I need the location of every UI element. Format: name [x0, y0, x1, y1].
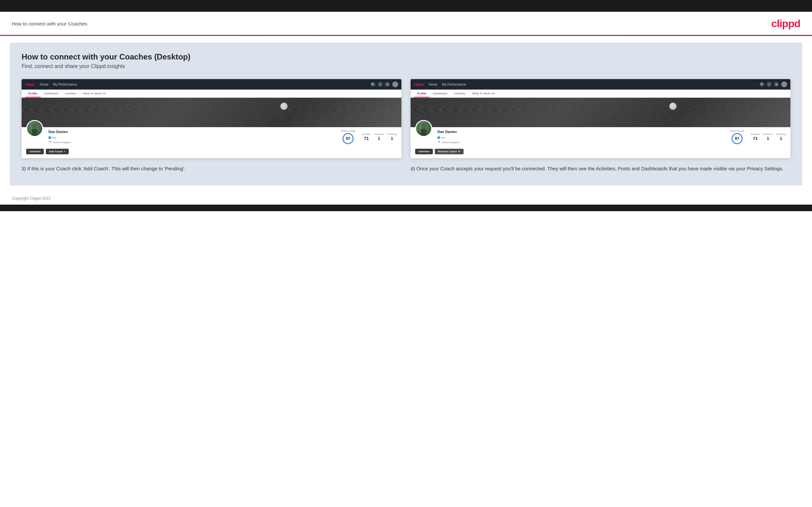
left-hero-moon	[281, 103, 288, 110]
left-nav-home: Home	[40, 83, 48, 86]
svg-point-0	[32, 123, 37, 129]
right-profile-section: Dan Davies Pro 📍 United Kingdom	[411, 127, 791, 149]
right-quality-circle: 97	[731, 133, 743, 144]
left-stat-activities-value: 71	[362, 136, 371, 141]
left-settings-icon[interactable]: ⚙	[385, 82, 390, 87]
right-search-icon[interactable]: 🔍	[760, 82, 764, 87]
left-mini-stats: Player Quality 97 Activities 71 Follower…	[341, 127, 397, 144]
left-mini-nav-links: Home My Performance	[40, 83, 365, 86]
right-settings-icon[interactable]: ⚙	[774, 82, 779, 87]
left-stat-activities-label: Activities	[362, 133, 371, 135]
right-nav-performance: My Performance	[442, 83, 466, 86]
right-remove-coach-x-icon: ✕	[458, 150, 460, 153]
right-remove-coach-button[interactable]: Remove Coach ✕	[435, 149, 464, 154]
right-location-icon: 📍	[438, 141, 441, 144]
right-unfollow-button[interactable]: Unfollow	[415, 149, 433, 154]
top-bar	[0, 0, 812, 12]
right-profile-badge: Pro	[438, 136, 445, 139]
left-hero-overlay	[21, 98, 401, 127]
left-quality-label: Player Quality	[341, 130, 355, 132]
right-tab-activities[interactable]: Activities	[451, 90, 469, 98]
left-profile-section: Dan Davies Pro 📍 United Kingdom	[21, 127, 401, 149]
right-avatar-wrap	[415, 120, 432, 137]
left-avatar-wrap	[26, 120, 43, 137]
accent-line	[0, 35, 812, 36]
right-stat-activities-label: Activities	[751, 133, 760, 135]
right-description: 4) Once your Coach accepts your request …	[411, 165, 791, 173]
right-nav-home: Home	[428, 83, 438, 86]
left-nav-avatar[interactable]	[392, 81, 398, 87]
left-tab-profile[interactable]: Profile	[25, 90, 41, 98]
left-player-quality: Player Quality 97	[341, 130, 355, 144]
right-stat-activities-value: 71	[751, 136, 760, 141]
right-mini-nav-links: Home My Performance	[428, 83, 754, 86]
right-avatar-figure-icon	[418, 123, 429, 136]
right-profile-location: 📍 United Kingdom	[438, 141, 730, 144]
left-mini-nav-icons: 🔍 👤 ⚙	[371, 81, 398, 87]
left-screenshot-col: clippd Home My Performance 🔍 👤 ⚙ Profile	[21, 79, 401, 173]
left-stat-following: Following 1	[387, 133, 397, 141]
svg-point-2	[421, 123, 426, 129]
left-tab-dashboard[interactable]: Dashboard	[41, 90, 61, 98]
right-remove-coach-label: Remove Coach	[438, 150, 457, 153]
left-profile-badge: Pro	[48, 136, 56, 139]
left-badge-dot	[48, 136, 51, 139]
left-stat-followers: Followers 1	[374, 133, 384, 141]
screenshots-row: clippd Home My Performance 🔍 👤 ⚙ Profile	[21, 79, 791, 173]
right-badge-dot	[438, 136, 440, 139]
left-location-text: United Kingdom	[52, 141, 71, 144]
right-tab-profile[interactable]: Profile	[414, 90, 429, 98]
right-profile-info: Dan Davies Pro 📍 United Kingdom	[438, 127, 730, 144]
left-user-icon[interactable]: 👤	[378, 82, 383, 87]
left-mini-tabs: Profile Dashboard Activities What To Wor…	[21, 90, 401, 98]
right-mini-stats: Player Quality 97 Activities 71 Follower…	[730, 127, 786, 144]
right-stat-following-value: 1	[776, 136, 786, 141]
left-nav-performance: My Performance	[53, 83, 77, 86]
left-badge-label: Pro	[52, 136, 56, 139]
left-hero-image	[21, 98, 401, 127]
left-add-coach-plus-icon: +	[64, 150, 65, 153]
left-stat-following-label: Following	[387, 133, 397, 135]
right-quality-label: Player Quality	[730, 130, 744, 132]
left-screenshot-frame: clippd Home My Performance 🔍 👤 ⚙ Profile	[21, 79, 401, 158]
left-tab-activities[interactable]: Activities	[61, 90, 80, 98]
left-quality-circle: 97	[343, 133, 354, 144]
right-stat-followers-label: Followers	[763, 133, 773, 135]
left-add-coach-button[interactable]: Add Coach +	[46, 149, 69, 154]
left-tab-what-to-work-on[interactable]: What To Work On	[80, 90, 110, 98]
bottom-bar	[0, 205, 812, 211]
right-player-quality: Player Quality 97	[730, 130, 744, 144]
right-hero-overlay	[411, 98, 791, 127]
right-stat-following: Following 1	[776, 133, 786, 141]
right-tab-dashboard[interactable]: Dashboard	[429, 90, 451, 98]
right-mini-logo: clippd	[414, 82, 423, 86]
page-header-title: How to connect with your Coaches	[12, 21, 87, 26]
left-location-icon: 📍	[48, 141, 52, 144]
right-user-icon[interactable]: 👤	[767, 82, 771, 87]
right-mini-tabs: Profile Dashboard Activities What To Wor…	[411, 90, 791, 98]
left-profile-location: 📍 United Kingdom	[48, 141, 341, 144]
right-hero-image	[411, 98, 791, 127]
left-profile-name: Dan Davies	[48, 130, 341, 134]
right-badge-label: Pro	[441, 136, 445, 139]
page-footer: Copyright Clippd 2022	[0, 192, 812, 205]
left-stat-following-value: 1	[387, 136, 397, 141]
left-profile-info: Dan Davies Pro 📍 United Kingdom	[48, 127, 341, 144]
right-tab-what-to-work-on[interactable]: What To Work On	[469, 90, 499, 98]
svg-rect-3	[421, 129, 426, 136]
right-profile-name: Dan Davies	[438, 130, 730, 134]
left-stat-followers-label: Followers	[374, 133, 384, 135]
right-stat-following-label: Following	[776, 133, 786, 135]
right-stat-followers-value: 1	[763, 136, 773, 141]
svg-rect-1	[32, 129, 37, 136]
left-unfollow-button[interactable]: Unfollow	[26, 149, 44, 154]
clippd-logo: clippd	[771, 18, 800, 30]
left-mini-nav: clippd Home My Performance 🔍 👤 ⚙	[21, 79, 401, 90]
right-stat-activities: Activities 71	[751, 133, 760, 141]
right-nav-avatar[interactable]	[781, 81, 787, 87]
left-search-icon[interactable]: 🔍	[371, 82, 375, 87]
right-screenshot-frame: clippd Home My Performance 🔍 👤 ⚙ Profile	[411, 79, 791, 158]
left-stat-activities: Activities 71	[362, 133, 371, 141]
left-mini-logo: clippd	[25, 82, 34, 86]
left-avatar-figure-icon	[30, 123, 40, 136]
